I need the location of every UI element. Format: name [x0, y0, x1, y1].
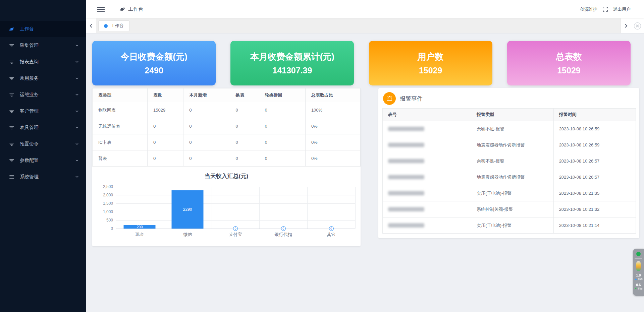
breadcrumb: 工作台: [119, 6, 143, 12]
chevron-down-icon: [75, 44, 79, 47]
sidebar-item-6[interactable]: 表具管理: [0, 119, 86, 136]
sidebar-item-2[interactable]: 报表查询: [0, 54, 86, 70]
zero-value-marker: 0: [233, 226, 238, 231]
x-axis-label: 银行代扣: [259, 232, 307, 238]
stat-card-month-fee: 本月收费金额累计(元) 141307.39: [230, 41, 354, 85]
filter-icon: [9, 158, 14, 163]
alarm-table-header: 表号: [383, 109, 471, 121]
meter-table-header: 本月新增: [183, 88, 230, 102]
table-cell: 0%: [305, 150, 360, 167]
sidebar-item-0[interactable]: 工作台: [0, 21, 86, 37]
y-axis-tick: 1,500: [94, 201, 113, 206]
logout-button[interactable]: 退出用户: [613, 6, 631, 12]
sidebar-item-label: 采集管理: [20, 43, 39, 49]
sidebar-item-label: 工作台: [20, 26, 34, 32]
table-cell: 0: [148, 150, 183, 167]
bar-value-label: 200: [137, 225, 143, 229]
close-all-tabs-icon[interactable]: [634, 22, 641, 29]
table-cell: 0: [230, 102, 259, 118]
filter-icon: [9, 59, 14, 65]
meter-number-cell: [383, 137, 471, 153]
table-row: 物联网表15029000100%: [93, 102, 361, 118]
sidebar-item-5[interactable]: 客户管理: [0, 103, 86, 119]
meter-table-header: 轮换拆回: [259, 88, 305, 102]
upload-arrow-icon: ▲: [634, 277, 637, 280]
alarm-type-cell: 系统控制关阀-报警: [471, 201, 553, 217]
active-tab-dot: [104, 24, 108, 28]
chart-plot: 05001,0001,5002,0002,5002002290000: [116, 187, 355, 229]
alarm-type-cell: 地震震感器动作切断报警: [471, 137, 553, 153]
sidebar-menu: 工作台采集管理报表查询常用服务运维业务客户管理表具管理预置命令参数配置系统管理: [0, 0, 86, 185]
table-cell: 15029: [148, 102, 183, 118]
download-speed-value: 0.6: [634, 283, 642, 287]
table-cell: 0: [183, 150, 230, 167]
chart-bar-slot: 0: [212, 187, 260, 229]
stat-card-users: 用户数 15029: [369, 41, 492, 85]
table-cell: IC卡表: [93, 134, 148, 150]
alarm-type-cell: 余额不足-报警: [471, 153, 553, 169]
chart-x-labels: 现金微信支付宝银行代扣其它: [116, 232, 355, 246]
dashboard-content: 今日收费金额(元) 2490 本月收费金额累计(元) 141307.39 用户数…: [86, 34, 644, 312]
table-cell: 0: [148, 134, 183, 150]
table-cell: 普表: [93, 150, 148, 167]
sidebar-item-9[interactable]: 系统管理: [0, 169, 86, 185]
sidebar-item-3[interactable]: 常用服务: [0, 70, 86, 86]
alarm-panel-header: 报警事件: [382, 91, 636, 108]
table-cell: 0: [183, 102, 230, 118]
alarm-time-cell: 2023-10-08 10:26:57: [553, 169, 636, 185]
filter-icon: [9, 92, 14, 98]
fullscreen-icon[interactable]: [602, 6, 608, 12]
download-speed-unit: K/s: [638, 287, 643, 290]
table-cell: 100%: [305, 102, 360, 118]
table-row: IC卡表00000%: [93, 134, 361, 150]
app-root: 工作台采集管理报表查询常用服务运维业务客户管理表具管理预置命令参数配置系统管理 …: [0, 0, 644, 312]
table-cell: 0%: [305, 118, 360, 134]
widget-divider: [635, 258, 642, 259]
meter-table-header: 表数: [148, 88, 183, 102]
alarm-time-cell: 2023-10-08 10:21:35: [553, 185, 636, 201]
table-cell: 0: [183, 134, 230, 150]
sidebar-item-1[interactable]: 采集管理: [0, 37, 86, 54]
alarm-time-cell: 2023-10-08 10:26:59: [553, 137, 636, 153]
sidebar-item-label: 运维业务: [20, 92, 39, 98]
alarm-table-row: 地震震感器动作切断报警2023-10-08 10:26:59: [383, 137, 636, 153]
stat-card-value: 15029: [419, 66, 442, 75]
meter-table-header: 换表: [230, 88, 259, 102]
table-cell: 0: [259, 118, 305, 134]
sidebar-item-7[interactable]: 预置命令: [0, 136, 86, 152]
stat-card-title: 总表数: [556, 51, 582, 63]
meter-number-cell: [383, 153, 471, 169]
x-axis-label: 其它: [307, 232, 355, 238]
stat-card-total-meters: 总表数 15029: [507, 41, 631, 85]
panels-row: 表类型表数本月新增换表轮换拆回总表数占比 物联网表15029000100%无线远…: [92, 88, 639, 246]
header-actions: 创源维护 退出用户: [580, 6, 631, 12]
chevron-down-icon: [75, 175, 79, 179]
alarm-table-row: 欠压(干电池)-报警2023-10-08 10:21:14: [383, 217, 636, 234]
tab-strip: 工作台: [86, 18, 644, 34]
hamburger-menu-icon[interactable]: [97, 7, 105, 12]
chart-bar-slot: 0: [259, 187, 307, 229]
upload-speed-unit: K/s: [638, 277, 643, 280]
sidebar-item-label: 系统管理: [20, 174, 39, 180]
status-dot: [636, 252, 641, 256]
network-monitor-widget[interactable]: 1.8 ▲ K/s 0.6 ▼ K/s: [633, 249, 644, 296]
alarm-table-row: 余额不足-报警2023-10-08 10:26:59: [383, 121, 636, 137]
tabs-scroll-right-icon[interactable]: [621, 18, 631, 33]
upload-speed-value: 1.8: [634, 273, 642, 277]
maintainer-link[interactable]: 创源维护: [580, 6, 597, 12]
chart-bar-slot: 200: [116, 187, 164, 229]
bar-value-label: 2290: [183, 207, 192, 212]
blurred-meter-number: [388, 207, 424, 211]
alarm-time-cell: 2023-10-08 10:26:59: [553, 121, 636, 137]
chevron-down-icon: [75, 126, 79, 129]
alarm-events-panel: 报警事件 表号报警类型报警时间 余额不足-报警2023-10-08 10:26:…: [378, 88, 639, 238]
sidebar-item-8[interactable]: 参数配置: [0, 152, 86, 169]
table-cell: 0%: [305, 134, 360, 150]
alarm-table-row: 余额不足-报警2023-10-08 10:26:57: [383, 153, 636, 169]
y-axis-tick: 2,500: [94, 184, 113, 189]
table-row: 普表00000%: [93, 150, 361, 167]
sidebar-item-4[interactable]: 运维业务: [0, 86, 86, 103]
tabs-scroll-left-icon[interactable]: [86, 18, 96, 33]
tab-workbench[interactable]: 工作台: [98, 20, 129, 31]
alarm-events-table: 表号报警类型报警时间 余额不足-报警2023-10-08 10:26:59地震震…: [382, 108, 636, 234]
